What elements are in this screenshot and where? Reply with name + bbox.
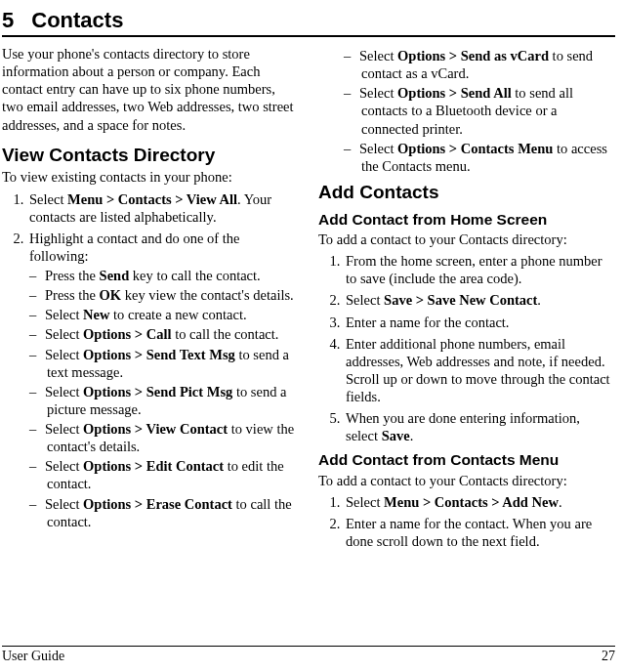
text: Select xyxy=(45,347,83,362)
list-item: Enter a name for the contact. When you a… xyxy=(344,515,615,550)
chapter-title: 5Contacts xyxy=(2,8,123,32)
substep: –Select Options > Send Text Msg to send … xyxy=(29,346,299,381)
heading-add-contacts: Add Contacts xyxy=(318,181,615,204)
text: Select xyxy=(45,421,83,437)
bold: Send xyxy=(100,268,130,283)
text: key view the contact's details. xyxy=(121,287,294,303)
step-1: Select Menu > Contacts > View All. Your … xyxy=(27,190,299,226)
text: to call the contact. xyxy=(172,326,279,342)
text: Select xyxy=(359,141,397,156)
substep: –Press the Send key to call the contact. xyxy=(29,267,299,284)
list-item: Enter additional phone numbers, email ad… xyxy=(344,335,615,406)
bold: Options > Erase Contact xyxy=(83,496,232,512)
intro-paragraph: Use your phone's contacts directory to s… xyxy=(2,45,299,134)
substep: –Select Options > Send as vCard to send … xyxy=(344,47,615,82)
list-item: Select Menu > Contacts > Add New. xyxy=(344,493,615,511)
bold: Options > Send Text Msg xyxy=(83,347,235,362)
chapter-number: 5 xyxy=(2,8,14,32)
add-home-lead: To add a contact to your Contacts direct… xyxy=(318,231,615,248)
text: . xyxy=(559,494,562,510)
heading-add-from-home: Add Contact from Home Screen xyxy=(318,210,615,229)
column-left: Use your phone's contacts directory to s… xyxy=(2,45,299,646)
substep: –Select Options > Edit Contact to edit t… xyxy=(29,457,299,492)
text: key to call the contact. xyxy=(129,268,260,283)
bold: Options > Send as vCard xyxy=(397,48,549,63)
bold: Options > Send Pict Msg xyxy=(83,384,232,399)
bold: New xyxy=(83,307,109,322)
text: Select xyxy=(45,458,83,474)
bold: OK xyxy=(100,287,122,303)
bold: Menu > Contacts > View All xyxy=(67,191,237,207)
step-2: Highlight a contact and do one of the fo… xyxy=(27,230,299,530)
bold: Options > Contacts Menu xyxy=(397,141,553,156)
text: Select xyxy=(45,496,83,512)
view-contacts-steps: Select Menu > Contacts > View All. Your … xyxy=(2,190,299,530)
text: Select xyxy=(45,307,83,322)
substep: –Select Options > View Contact to view t… xyxy=(29,420,299,455)
text: Select xyxy=(346,292,384,308)
list-item: Select Save > Save New Contact. xyxy=(344,291,615,309)
page-footer: User Guide 27 xyxy=(2,646,615,664)
text: Select xyxy=(359,85,397,101)
chapter-name: Contacts xyxy=(31,8,123,32)
text: to create a new contact. xyxy=(109,307,246,322)
chapter-header: 5Contacts xyxy=(2,8,615,37)
substep: –Select Options > Send All to send all c… xyxy=(344,84,615,137)
substeps-continued: –Select Options > Send as vCard to send … xyxy=(318,47,615,175)
text: Select xyxy=(45,326,83,342)
column-right: –Select Options > Send as vCard to send … xyxy=(318,45,615,646)
bold: Options > View Contact xyxy=(83,421,228,437)
footer-left: User Guide xyxy=(2,649,64,664)
text: . xyxy=(410,428,414,443)
heading-view-contacts: View Contacts Directory xyxy=(2,144,299,167)
add-home-steps: From the home screen, enter a phone numb… xyxy=(318,252,615,444)
bold: Save xyxy=(382,428,410,443)
list-item: Enter a name for the contact. xyxy=(344,314,615,331)
substep: –Select Options > Send Pict Msg to send … xyxy=(29,383,299,418)
bold: Save > Save New Contact xyxy=(384,292,537,308)
heading-add-from-menu: Add Contact from Contacts Menu xyxy=(318,450,615,469)
text: Select xyxy=(359,48,397,63)
bold: Options > Call xyxy=(83,326,171,342)
list-item: When you are done entering information, … xyxy=(344,409,615,444)
text: Press the xyxy=(45,268,100,283)
add-menu-lead: To add a contact to your Contacts direct… xyxy=(318,472,615,489)
columns: Use your phone's contacts directory to s… xyxy=(2,45,615,646)
text: Press the xyxy=(45,287,100,303)
substep: –Select Options > Call to call the conta… xyxy=(29,325,299,343)
page: 5Contacts Use your phone's contacts dire… xyxy=(0,0,623,672)
bold: Options > Edit Contact xyxy=(83,458,224,474)
view-contacts-lead: To view existing contacts in your phone: xyxy=(2,168,299,186)
text: Select xyxy=(45,384,83,399)
text: Select xyxy=(29,191,67,207)
substep: –Press the OK key view the contact's det… xyxy=(29,286,299,304)
add-menu-steps: Select Menu > Contacts > Add New. Enter … xyxy=(318,493,615,550)
substep: –Select New to create a new contact. xyxy=(29,306,299,323)
substep: –Select Options > Contacts Menu to acces… xyxy=(344,140,615,175)
bold: Menu > Contacts > Add New xyxy=(384,494,559,510)
text: Select xyxy=(346,494,384,510)
page-number: 27 xyxy=(602,649,615,664)
text: . xyxy=(537,292,541,308)
list-item: From the home screen, enter a phone numb… xyxy=(344,252,615,287)
substep: –Select Options > Erase Contact to call … xyxy=(29,495,299,530)
text: Highlight a contact and do one of the fo… xyxy=(29,231,239,264)
bold: Options > Send All xyxy=(397,85,512,101)
